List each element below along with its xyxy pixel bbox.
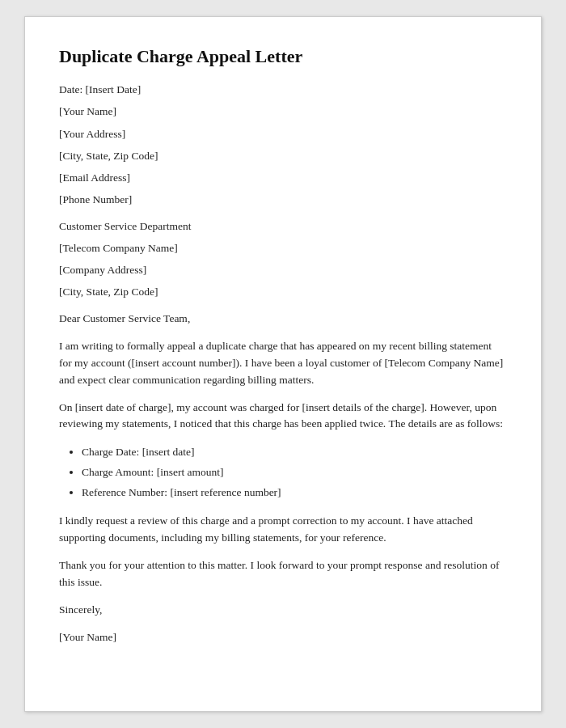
bullet-charge-date: Charge Date: [insert date] (82, 443, 507, 462)
header-company-name: [Telecom Company Name] (59, 240, 507, 256)
paragraph-2: On [insert date of charge], my account w… (59, 400, 507, 434)
signature: [Your Name] (59, 629, 507, 645)
bullet-charge-amount: Charge Amount: [insert amount] (82, 463, 507, 482)
closing: Sincerely, (59, 602, 507, 618)
header-dept: Customer Service Department (59, 218, 507, 235)
header-your-name: [Your Name] (59, 104, 507, 120)
header-email: [Email Address] (59, 170, 507, 186)
header-your-address: [Your Address] (59, 126, 507, 142)
header-company-city-state-zip: [City, State, Zip Code] (59, 284, 507, 300)
letter-document: Duplicate Charge Appeal Letter Date: [In… (24, 16, 542, 712)
paragraph-3: I kindly request a review of this charge… (59, 513, 507, 547)
document-title: Duplicate Charge Appeal Letter (59, 46, 507, 67)
details-list: Charge Date: [insert date] Charge Amount… (82, 443, 507, 502)
header-lines: Date: [Insert Date] [Your Name] [Your Ad… (59, 82, 507, 301)
salutation: Dear Customer Service Team, (59, 311, 507, 327)
paragraph-4: Thank you for your attention to this mat… (59, 557, 507, 591)
header-date: Date: [Insert Date] (59, 82, 507, 98)
header-phone: [Phone Number] (59, 192, 507, 208)
header-company-address: [Company Address] (59, 262, 507, 278)
paragraph-1: I am writing to formally appeal a duplic… (59, 338, 507, 389)
bullet-reference-number: Reference Number: [insert reference numb… (82, 484, 507, 502)
header-city-state-zip: [City, State, Zip Code] (59, 148, 507, 164)
